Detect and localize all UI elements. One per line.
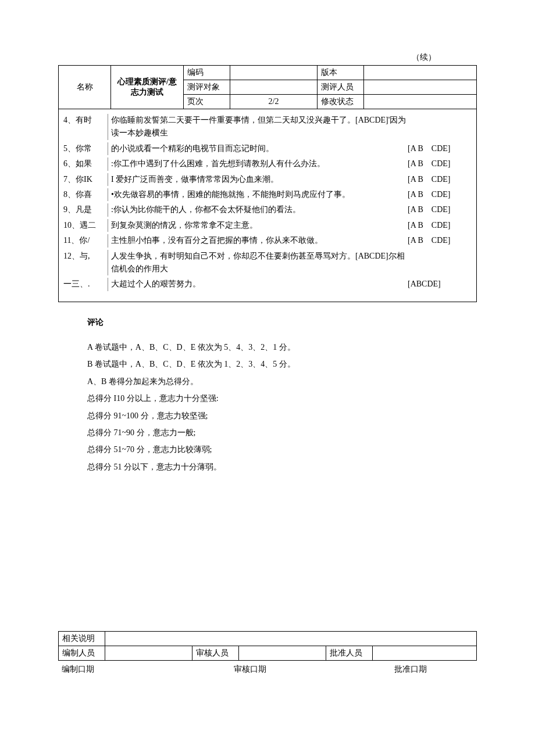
- header-table: 名称 心理素质测评/意志力测试 编码 版本 测评对象 测评人员 页次 2/2 修…: [58, 65, 477, 109]
- question-options: [A B CDE]: [408, 173, 472, 186]
- question-text: :你工作中遇到了什么困难，首先想到请教别人有什么办法。: [111, 157, 408, 170]
- question-number: 11、你/: [63, 234, 108, 247]
- status-value: [364, 95, 477, 109]
- separator: [108, 142, 109, 155]
- reviewer-label: 审核人员: [192, 646, 239, 661]
- question-text: •欢先做容易的事情，困难的能拖就拖，不能拖时则马虎应付了事。: [111, 188, 408, 201]
- comment-line: 总得分 71~90 分，意志力一般;: [87, 424, 448, 441]
- compile-date-label: 编制口期: [62, 664, 187, 675]
- approver-label: 批准人员: [326, 646, 373, 661]
- separator: [108, 250, 109, 276]
- question-text: 主性胆小怕事，没有百分之百把握的事情，你从来不敢做。: [111, 234, 408, 247]
- separator: [108, 219, 109, 232]
- subject-label: 测评对象: [184, 80, 230, 95]
- question-number: 6、如果: [63, 157, 108, 170]
- question-text: 大超过个人的艰苦努力。: [111, 278, 408, 291]
- question-row: 6、如果:你工作中遇到了什么困难，首先想到请教别人有什么办法。[A B CDE]: [63, 157, 472, 170]
- desc-label: 相关说明: [59, 632, 105, 646]
- question-number: 8、你喜: [63, 188, 108, 201]
- question-number: 一三、.: [63, 278, 108, 291]
- approver-value: [373, 646, 477, 661]
- comment-line: 总得分 91~100 分，意志力较坚强;: [87, 407, 448, 424]
- comment-line: 总得分 51~70 分，意志力比较薄弱;: [87, 441, 448, 458]
- continued-label: （续）: [58, 52, 477, 63]
- question-text: 的小说或看一个精彩的电视节目而忘记时间。: [111, 142, 408, 155]
- question-options: [A B CDE]: [408, 219, 472, 232]
- question-row: 一三、.大超过个人的艰苦努力。[ABCDE]: [63, 278, 472, 291]
- question-text: 到复杂莫测的情况，你常常拿不定主意。: [111, 219, 408, 232]
- subject-value: [230, 80, 318, 95]
- review-date-label: 审核口期: [187, 664, 313, 675]
- question-options: [A B CDE]: [408, 234, 472, 247]
- footer-table: 相关说明 编制人员 审核人员 批准人员: [58, 631, 477, 661]
- question-options: [A B CDE]: [408, 142, 472, 155]
- question-options: [A B CDE]: [408, 157, 472, 170]
- comment-line: A 卷试题中，A、B、C、D、E 依次为 5、4、3、2、1 分。: [87, 339, 448, 356]
- reviewer-value: [239, 646, 326, 661]
- question-options: [A B CDE]: [408, 188, 472, 201]
- comment-line: B 卷试题中，A、B、C、D、E 依次为 1、2、3、4、5 分。: [87, 356, 448, 372]
- separator: [108, 188, 109, 201]
- assessor-label: 测评人员: [318, 80, 364, 95]
- question-options: [408, 114, 472, 140]
- question-text: :你认为比你能干的人，你都不会太怀疑他们的看法。: [111, 203, 408, 216]
- separator: [108, 114, 109, 140]
- code-value: [230, 66, 318, 80]
- separator: [108, 203, 109, 216]
- approve-date-label: 批准口期: [313, 664, 473, 675]
- question-row: 5、你常的小说或看一个精彩的电视节目而忘记时间。[A B CDE]: [63, 142, 472, 155]
- page-label: 页次: [184, 95, 230, 109]
- status-label: 修改状态: [318, 95, 364, 109]
- comment-line: A、B 卷得分加起来为总得分。: [87, 373, 448, 390]
- question-row: 9、凡是:你认为比你能干的人，你都不会太怀疑他们的看法。[A B CDE]: [63, 203, 472, 216]
- question-options: [408, 250, 472, 276]
- compiler-value: [105, 646, 192, 661]
- separator: [108, 173, 109, 186]
- question-row: 7、你IKI 爱好广泛而善变，做事情常常因为心血来潮。[A B CDE]: [63, 173, 472, 186]
- version-value: [364, 66, 477, 80]
- page-value: 2/2: [230, 95, 318, 109]
- comment-line: 总得分 I10 分以上，意志力十分坚强:: [87, 390, 448, 407]
- question-row: 4、有时你临睡前发誓第二天要干一件重要事情，但第二天却又没兴趣干了。[ABCDE…: [63, 114, 472, 140]
- question-number: 4、有时: [63, 114, 108, 140]
- question-row: 8、你喜•欢先做容易的事情，困难的能拖就拖，不能拖时则马虎应付了事。[A B C…: [63, 188, 472, 201]
- version-label: 版本: [318, 66, 364, 80]
- question-options: [ABCDE]: [408, 278, 472, 291]
- footer: 相关说明 编制人员 审核人员 批准人员 编制口期 审核口期 批准口期: [58, 631, 477, 675]
- question-text: 你临睡前发誓第二天要干一件重要事情，但第二天却又没兴趣干了。[ABCDE]'因为…: [111, 114, 408, 140]
- question-number: 9、凡是: [63, 203, 108, 216]
- separator: [108, 278, 109, 291]
- question-row: 11、你/主性胆小怕事，没有百分之百把握的事情，你从来不敢做。[A B CDE]: [63, 234, 472, 247]
- question-row: 12、与,人发生争执，有时明知自己不对，你却忍不住要刺伤甚至辱骂对方。[ABCD…: [63, 250, 472, 276]
- comment-section: 评论 A 卷试题中，A、B、C、D、E 依次为 5、4、3、2、1 分。B 卷试…: [58, 302, 477, 476]
- form-title: 心理素质测评/意志力测试: [111, 66, 184, 109]
- questions-box: 4、有时你临睡前发誓第二天要干一件重要事情，但第二天却又没兴趣干了。[ABCDE…: [58, 109, 477, 302]
- question-number: 10、遇二: [63, 219, 108, 232]
- assessor-value: [364, 80, 477, 95]
- comment-title: 评论: [87, 314, 448, 331]
- question-number: 12、与,: [63, 250, 108, 276]
- question-number: 7、你IK: [63, 173, 108, 186]
- code-label: 编码: [184, 66, 230, 80]
- separator: [108, 157, 109, 170]
- compiler-label: 编制人员: [59, 646, 105, 661]
- question-number: 5、你常: [63, 142, 108, 155]
- comment-line: 总得分 51 分以下，意志力十分薄弱。: [87, 458, 448, 475]
- separator: [108, 234, 109, 247]
- question-options: [A B CDE]: [408, 203, 472, 216]
- name-label: 名称: [59, 66, 111, 109]
- question-text: 人发生争执，有时明知自己不对，你却忍不住要刺伤甚至辱骂对方。[ABCDE]尔相信…: [111, 250, 408, 276]
- question-text: I 爱好广泛而善变，做事情常常因为心血来潮。: [111, 173, 408, 186]
- question-row: 10、遇二到复杂莫测的情况，你常常拿不定主意。[A B CDE]: [63, 219, 472, 232]
